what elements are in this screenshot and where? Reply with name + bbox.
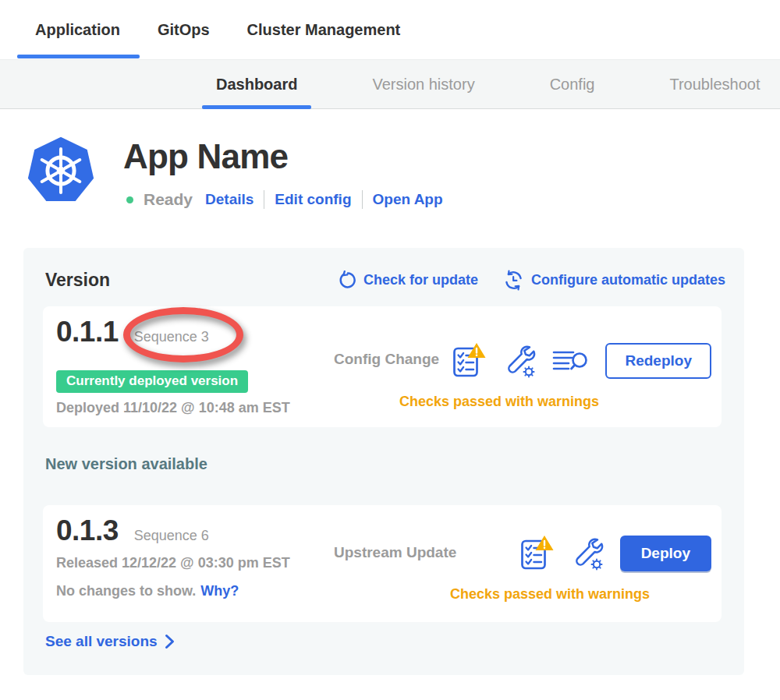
changes-note-text: No changes to show. [56,583,196,599]
check-for-update-label: Check for update [363,272,478,288]
available-checks-status: Checks passed with warnings [402,586,698,603]
clock-refresh-icon [503,270,524,291]
preflight-checks-warning-icon[interactable] [452,342,487,379]
chevron-right-icon [165,634,175,649]
page-title: App Name [123,137,288,176]
divider [362,190,363,209]
sub-nav-tabs: Dashboard Version history Config Trouble… [202,60,774,109]
redeploy-button[interactable]: Redeploy [605,343,711,379]
why-link[interactable]: Why? [200,583,239,599]
current-checks-status: Checks passed with warnings [351,394,647,410]
available-version-card: 0.1.3 Sequence 6 Released 12/12/22 @ 03:… [43,505,722,622]
kubernetes-logo-icon [26,134,96,207]
app-sub-navigation: Dashboard Version history Config Trouble… [0,59,780,109]
topnav-item-cluster-management[interactable]: Cluster Management [247,0,401,59]
details-link[interactable]: Details [205,191,254,208]
available-version-number: 0.1.3 [56,514,119,547]
current-version-row: 0.1.1 Sequence 3 [56,316,209,348]
changes-note: No changes to show.Why? [56,583,239,599]
version-panel-actions: Check for update Configure automatic upd… [337,270,725,291]
currently-deployed-badge: Currently deployed version [56,370,248,393]
available-version-row: 0.1.3 Sequence 6 [56,514,209,547]
configure-automatic-updates-label: Configure automatic updates [531,272,725,288]
open-app-link[interactable]: Open App [373,191,443,208]
new-version-heading: New version available [45,455,207,473]
tab-config[interactable]: Config [536,60,609,109]
refresh-icon [337,270,356,290]
app-status-row: Ready Details Edit config Open App [126,188,443,211]
status-dot-icon [126,196,133,203]
edit-config-link[interactable]: Edit config [275,191,351,208]
preflight-checks-warning-icon[interactable] [520,535,555,571]
status-text: Ready [144,190,193,209]
available-version-sequence: Sequence 6 [134,528,209,544]
topnav-item-application[interactable]: Application [35,0,120,59]
top-nav-items: Application GitOps Cluster Management [35,0,400,59]
divider [264,190,264,209]
current-version-sequence: Sequence 3 [134,329,209,345]
version-panel: Version Check for update Con [23,248,744,675]
file-search-icon[interactable] [552,345,590,377]
see-all-versions-link[interactable]: See all versions [45,633,175,650]
available-version-source: Upstream Update [334,544,456,561]
configure-automatic-updates-link[interactable]: Configure automatic updates [503,270,725,291]
current-version-card: 0.1.1 Sequence 3 Currently deployed vers… [43,306,722,427]
top-navigation: Application GitOps Cluster Management [0,0,780,59]
deployed-timestamp: Deployed 11/10/22 @ 10:48 am EST [56,400,290,416]
check-for-update-link[interactable]: Check for update [337,270,478,290]
current-version-number: 0.1.1 [56,316,119,348]
available-version-actions: Deploy [520,535,711,571]
see-all-versions-label: See all versions [45,633,158,650]
tab-dashboard[interactable]: Dashboard [202,60,311,109]
wrench-gear-icon[interactable] [502,342,537,379]
tab-version-history[interactable]: Version history [358,60,488,109]
tab-troubleshoot[interactable]: Troubleshoot [655,60,774,109]
topnav-item-gitops[interactable]: GitOps [158,0,210,59]
current-version-source: Config Change [334,351,439,368]
wrench-gear-icon[interactable] [570,535,604,571]
version-panel-title: Version [45,270,110,291]
current-version-actions: Redeploy [452,342,711,379]
deploy-button[interactable]: Deploy [620,536,711,571]
released-timestamp: Released 12/12/22 @ 03:30 pm EST [56,555,290,571]
